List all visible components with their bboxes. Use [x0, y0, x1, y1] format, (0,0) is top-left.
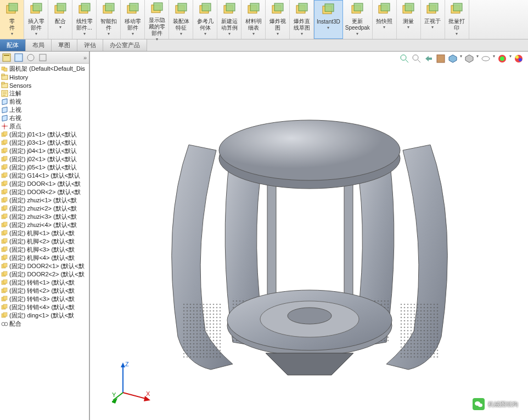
tree-tab-icon[interactable] — [2, 53, 11, 62]
dropdown-arrow-icon[interactable]: ▾ — [383, 25, 385, 30]
property-tab-icon[interactable] — [26, 53, 35, 62]
dropdown-arrow-icon[interactable]: ▾ — [35, 31, 37, 36]
snapshot-button[interactable]: 拍快照▾ — [373, 0, 397, 39]
svg-rect-68 — [3, 197, 7, 201]
tree-item[interactable]: 右视 — [0, 114, 89, 122]
edit-part-button[interactable]: 零 件▾ — [0, 0, 24, 39]
mate-button[interactable]: 配合▾ — [48, 0, 72, 39]
motion-study-button[interactable]: 新建运 动算例▾ — [217, 0, 241, 39]
dropdown-icon[interactable]: ▾ — [476, 54, 479, 64]
show-hidden-button[interactable]: 显示隐 藏的零 部件▾ — [145, 0, 169, 39]
linear-pattern-button[interactable]: 线性零 部件...▾ — [72, 0, 97, 39]
tree-item[interactable]: (固定) G14<1> (默认<默认 — [0, 172, 89, 180]
normal-to-button[interactable]: 正视于▾ — [421, 0, 445, 39]
tree-item[interactable]: 前视 — [0, 98, 89, 106]
hide-show-icon[interactable] — [481, 54, 491, 64]
tree-item[interactable]: (固定) 机脚<1> (默认<默 — [0, 229, 89, 237]
tree-item[interactable]: (固定) zhuzi<3> (默认<默 — [0, 213, 89, 221]
dropdown-icon[interactable]: ▾ — [493, 54, 495, 64]
dropdown-arrow-icon[interactable]: ▾ — [156, 37, 158, 42]
instant3d-button[interactable]: Instant3D▾ — [314, 0, 343, 39]
dropdown-icon[interactable]: ▾ — [509, 54, 512, 64]
dropdown-arrow-icon[interactable]: ▾ — [277, 31, 279, 36]
dropdown-arrow-icon[interactable]: ▾ — [108, 31, 110, 36]
3d-model — [123, 79, 496, 408]
bom-button[interactable]: 材料明 细表▾ — [241, 0, 266, 39]
dropdown-arrow-icon[interactable]: ▾ — [327, 25, 329, 30]
tree-item[interactable]: (固定) zhuzi<1> (默认<默 — [0, 196, 89, 205]
dropdown-arrow-icon[interactable]: ▾ — [132, 31, 134, 36]
dropdown-arrow-icon[interactable]: ▾ — [356, 31, 358, 36]
dropdown-arrow-icon[interactable]: ▾ — [252, 31, 255, 36]
dropdown-arrow-icon[interactable]: ▾ — [431, 25, 434, 30]
tree-item[interactable]: (固定) j04<1> (默认<默认 — [0, 147, 89, 155]
tree-item[interactable]: (固定) j05<1> (默认<默认 — [0, 163, 89, 172]
tree-item[interactable]: (固定) 转销<2> (默认<默 — [0, 287, 89, 295]
appearance-icon[interactable] — [497, 54, 507, 64]
tree-root[interactable]: 圆机架 (Default<Default_Dis — [0, 65, 89, 73]
svg-rect-58 — [3, 156, 7, 160]
tree-item[interactable]: (固定) 机脚<3> (默认<默 — [0, 246, 89, 254]
tree-item[interactable]: (固定) DOOR<2> (默认<默 — [0, 188, 89, 196]
dropdown-arrow-icon[interactable]: ▾ — [228, 31, 231, 36]
update-speedpak-button[interactable]: 更新 Speedpak▾ — [343, 0, 373, 39]
tab-评估[interactable]: 评估 — [77, 39, 103, 51]
measure-button[interactable]: 测量▾ — [397, 0, 421, 39]
section-icon[interactable] — [436, 54, 446, 64]
tree-item[interactable]: 上视 — [0, 106, 89, 114]
view-orient-icon[interactable] — [448, 54, 458, 64]
part-icon — [1, 287, 8, 294]
dropdown-arrow-icon[interactable]: ▾ — [301, 31, 303, 36]
tree-item[interactable]: (固定) 机脚<2> (默认<默 — [0, 237, 89, 246]
tab-布局[interactable]: 布局 — [26, 39, 52, 51]
display-style-icon[interactable] — [464, 54, 474, 64]
tree-item[interactable]: 配合 — [0, 320, 89, 328]
dropdown-arrow-icon[interactable]: ▾ — [11, 31, 13, 36]
prev-view-icon[interactable] — [424, 54, 434, 64]
sidebar-expand-icon[interactable]: » — [83, 54, 87, 61]
zoom-fit-icon[interactable] — [400, 54, 409, 64]
tree-item[interactable]: 注解 — [0, 89, 89, 98]
tab-草图[interactable]: 草图 — [52, 39, 77, 51]
dropdown-arrow-icon[interactable]: ▾ — [59, 25, 61, 30]
dropdown-arrow-icon[interactable]: ▾ — [180, 31, 182, 36]
tree-item[interactable]: (固定) j03<1> (默认<默认 — [0, 139, 89, 147]
tab-办公室产品[interactable]: 办公室产品 — [103, 39, 147, 51]
tree-item[interactable]: 原点 — [0, 122, 89, 130]
tree-item[interactable]: (固定) 机脚<4> (默认<默 — [0, 254, 89, 262]
display-tab-icon[interactable] — [38, 53, 47, 62]
tree-item[interactable]: (固定) zhuzi<4> (默认<默 — [0, 221, 89, 229]
tree-item[interactable]: (固定) j01<1> (默认<默认 — [0, 130, 89, 139]
move-component-button[interactable]: 移动零 部件▾ — [121, 0, 145, 39]
tree-item[interactable]: Sensors — [0, 81, 89, 89]
zoom-area-icon[interactable] — [412, 54, 422, 64]
smart-fastener-button[interactable]: 智能扣 件▾ — [97, 0, 121, 39]
orientation-triad[interactable]: Z X Y — [112, 360, 156, 404]
explode-view-button[interactable]: 爆炸视 图▾ — [266, 0, 290, 39]
assembly-feature-button[interactable]: 装配体 特征▾ — [169, 0, 193, 39]
tree-item[interactable]: (固定) 转销<1> (默认<默 — [0, 279, 89, 287]
dropdown-icon[interactable]: ▾ — [460, 54, 462, 64]
tree-item[interactable]: (固定) DOOR2<2> (默认<默 — [0, 270, 89, 279]
scene-icon[interactable] — [514, 54, 524, 64]
batch-print-button[interactable]: 批量打 印▾ — [445, 0, 469, 39]
tree-item[interactable]: (固定) ding<1> (默认<默 — [0, 311, 89, 320]
tree-item[interactable]: (固定) DOOR<1> (默认<默 — [0, 180, 89, 188]
insert-part-button[interactable]: 插入零 部件▾ — [24, 0, 48, 39]
tree-item[interactable]: (固定) 转销<4> (默认<默 — [0, 303, 89, 311]
3d-viewport[interactable]: ▾ ▾ ▾ ▾ — [90, 52, 528, 420]
tree-item[interactable]: (固定) j02<1> (默认<默认 — [0, 155, 89, 163]
part-icon — [1, 238, 8, 245]
tab-配体[interactable]: 配体 — [0, 39, 26, 51]
dropdown-arrow-icon[interactable]: ▾ — [204, 31, 206, 36]
tree-item[interactable]: History — [0, 73, 89, 81]
dropdown-arrow-icon[interactable]: ▾ — [83, 31, 86, 36]
reference-geom-button[interactable]: 参考几 何体▾ — [193, 0, 217, 39]
tree-item[interactable]: (固定) DOOR2<1> (默认<默 — [0, 262, 89, 270]
tree-item[interactable]: (固定) zhuzi<2> (默认<默 — [0, 205, 89, 213]
explode-line-button[interactable]: 爆炸直 线草图▾ — [290, 0, 314, 39]
config-tab-icon[interactable] — [14, 53, 23, 62]
dropdown-arrow-icon[interactable]: ▾ — [407, 25, 409, 30]
dropdown-arrow-icon[interactable]: ▾ — [456, 31, 458, 36]
tree-item[interactable]: (固定) 转销<3> (默认<默 — [0, 295, 89, 303]
